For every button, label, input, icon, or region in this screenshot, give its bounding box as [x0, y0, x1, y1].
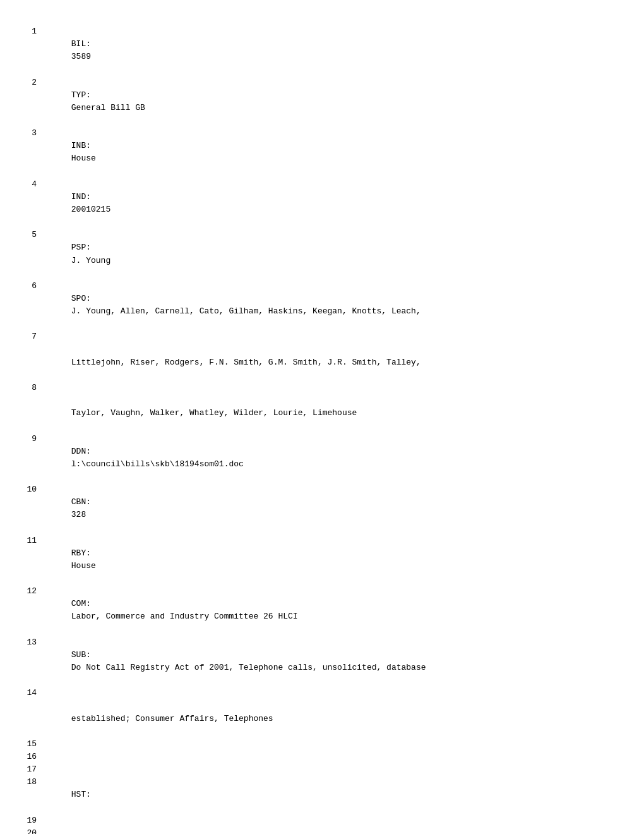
spo-value-2: Littlejohn, Riser, Rodgers, F.N. Smith, … — [71, 358, 421, 367]
line-content-7: Littlejohn, Riser, Rodgers, F.N. Smith, … — [42, 330, 625, 382]
line-content-8: Taylor, Vaughn, Walker, Whatley, Wilder,… — [42, 382, 625, 433]
line-num-5: 5 — [19, 229, 37, 280]
sub-value-1: Do Not Call Registry Act of 2001, Teleph… — [71, 663, 426, 672]
line-content-5: PSP: J. Young — [42, 229, 625, 280]
line-content-14: established; Consumer Affairs, Telephone… — [42, 687, 625, 738]
ind-label: IND: — [71, 191, 100, 203]
line-num-16: 16 — [19, 751, 37, 763]
line-4: 4 IND: 20010215 — [19, 178, 625, 229]
line-18: 18 HST: — [19, 776, 625, 814]
spo-value-3: Taylor, Vaughn, Walker, Whatley, Wilder,… — [71, 408, 357, 418]
inb-label: INB: — [71, 140, 100, 152]
line-7: 7 Littlejohn, Riser, Rodgers, F.N. Smith… — [19, 330, 625, 382]
line-6: 6 SPO: J. Young, Allen, Carnell, Cato, G… — [19, 280, 625, 331]
line-num-4: 4 — [19, 178, 37, 229]
ddn-label: DDN: — [71, 445, 100, 458]
ind-value: 20010215 — [71, 205, 110, 214]
line-content-19 — [42, 814, 625, 827]
line-content-9: DDN: l:\council\bills\skb\18194som01.doc — [42, 433, 625, 484]
line-num-1: 1 — [19, 25, 37, 76]
hst-label: HST: — [71, 789, 100, 801]
typ-label: TYP: — [71, 89, 100, 102]
line-content-3: INB: House — [42, 127, 625, 178]
line-num-20: 20 — [19, 827, 37, 834]
line-num-17: 17 — [19, 763, 37, 776]
line-19: 19 — [19, 814, 625, 827]
line-content-15 — [42, 738, 625, 751]
line-content-10: CBN: 328 — [42, 483, 625, 535]
line-content-18: HST: — [42, 776, 625, 814]
line-num-8: 8 — [19, 382, 37, 433]
line-content-4: IND: 20010215 — [42, 178, 625, 229]
line-num-11: 11 — [19, 535, 37, 586]
bil-label: BIL: — [71, 38, 100, 51]
line-content-16 — [42, 751, 625, 763]
line-14: 14 established; Consumer Affairs, Teleph… — [19, 687, 625, 738]
line-num-13: 13 — [19, 636, 37, 687]
line-15: 15 — [19, 738, 625, 751]
bil-value: 3589 — [71, 52, 91, 61]
psp-value: J. Young — [71, 256, 110, 265]
line-10: 10 CBN: 328 — [19, 483, 625, 535]
line-13: 13 SUB: Do Not Call Registry Act of 2001… — [19, 636, 625, 687]
line-content-13: SUB: Do Not Call Registry Act of 2001, T… — [42, 636, 625, 687]
line-3: 3 INB: House — [19, 127, 625, 178]
history-header: Body Date Action Description Com Leg Inv… — [42, 827, 625, 834]
line-12: 12 COM: Labor, Commerce and Industry Com… — [19, 585, 625, 636]
line-num-2: 2 — [19, 76, 37, 128]
line-16: 16 — [19, 751, 625, 763]
document-container: 1 BIL: 3589 2 TYP: General Bill GB 3 INB… — [19, 25, 625, 834]
line-11: 11 RBY: House — [19, 535, 625, 586]
typ-value: General Bill GB — [71, 103, 145, 112]
line-20-header: 20 Body Date Action Description Com Leg … — [19, 827, 625, 834]
line-2: 2 TYP: General Bill GB — [19, 76, 625, 128]
line-content-2: TYP: General Bill GB — [42, 76, 625, 128]
line-num-19: 19 — [19, 814, 37, 827]
line-9: 9 DDN: l:\council\bills\skb\18194som01.d… — [19, 433, 625, 484]
com-value: Labor, Commerce and Industry Committee 2… — [71, 612, 298, 621]
line-num-12: 12 — [19, 585, 37, 636]
ddn-value: l:\council\bills\skb\18194som01.doc — [71, 459, 244, 469]
line-num-3: 3 — [19, 127, 37, 178]
cbn-label: CBN: — [71, 496, 100, 509]
line-num-9: 9 — [19, 433, 37, 484]
line-8: 8 Taylor, Vaughn, Walker, Whatley, Wilde… — [19, 382, 625, 433]
psp-label: PSP: — [71, 241, 100, 254]
com-label: COM: — [71, 598, 100, 610]
line-content-17 — [42, 763, 625, 776]
line-num-6: 6 — [19, 280, 37, 331]
line-1: 1 BIL: 3589 — [19, 25, 625, 76]
line-num-18: 18 — [19, 776, 37, 814]
line-num-15: 15 — [19, 738, 37, 751]
rby-label: RBY: — [71, 547, 100, 560]
line-17: 17 — [19, 763, 625, 776]
sub-label: SUB: — [71, 649, 100, 662]
cbn-value: 328 — [71, 510, 86, 519]
line-num-7: 7 — [19, 330, 37, 382]
line-content-11: RBY: House — [42, 535, 625, 586]
line-content-12: COM: Labor, Commerce and Industry Commit… — [42, 585, 625, 636]
spo-value-1: J. Young, Allen, Carnell, Cato, Gilham, … — [71, 306, 421, 316]
inb-value: House — [71, 154, 96, 163]
line-num-10: 10 — [19, 483, 37, 535]
sub-value-2: established; Consumer Affairs, Telephone… — [71, 714, 273, 723]
rby-value: House — [71, 561, 96, 571]
line-num-14: 14 — [19, 687, 37, 738]
spo-label: SPO: — [71, 293, 100, 305]
line-5: 5 PSP: J. Young — [19, 229, 625, 280]
line-content-1: BIL: 3589 — [42, 25, 625, 76]
line-content-6: SPO: J. Young, Allen, Carnell, Cato, Gil… — [42, 280, 625, 331]
